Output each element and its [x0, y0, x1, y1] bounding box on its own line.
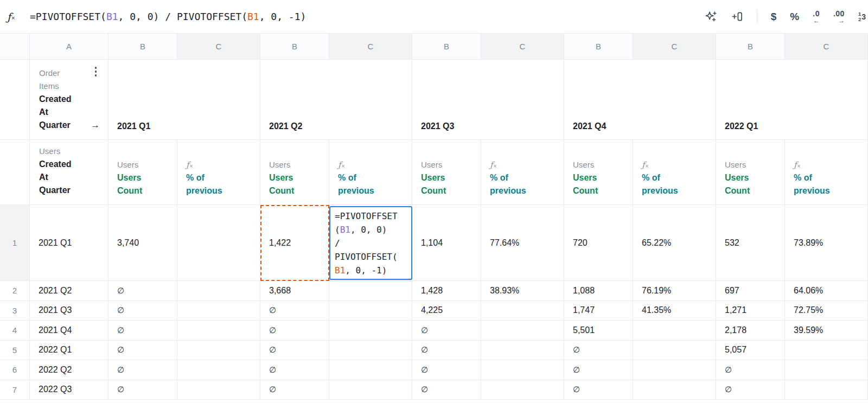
data-cell[interactable]: 720 — [564, 205, 633, 281]
data-cell[interactable]: ∅ — [108, 321, 177, 341]
data-cell[interactable] — [481, 321, 564, 341]
data-cell[interactable]: 76.19% — [633, 281, 716, 301]
data-cell[interactable]: 64.06% — [785, 281, 868, 301]
active-formula-cell[interactable]: =PIVOTOFFSET(B1, 0, 0)/PIVOTOFFSET(B1, 0… — [329, 206, 412, 280]
data-cell[interactable] — [329, 380, 412, 400]
pivot-column-dimension-cell[interactable]: OrderItemsCreatedAtQuarter→ — [30, 60, 108, 140]
measure-header-users-count[interactable]: UsersUsersCount — [412, 140, 481, 205]
data-cell[interactable] — [633, 341, 716, 361]
data-cell[interactable]: 1,088 — [564, 281, 633, 301]
row-label-cell[interactable]: 2022 Q3 — [30, 380, 108, 400]
data-cell[interactable]: ∅ — [564, 380, 633, 400]
data-cell[interactable]: ∅ — [260, 301, 329, 321]
data-cell[interactable]: ∅ — [108, 380, 177, 400]
measure-header-percent-of-previous[interactable]: ƒ×% ofprevious — [481, 140, 564, 205]
row-label-cell[interactable]: 2021 Q3 — [30, 301, 108, 321]
data-cell[interactable]: 5,501 — [564, 321, 633, 341]
row-label-cell[interactable]: 2021 Q2 — [30, 281, 108, 301]
data-cell[interactable]: ∅ — [260, 360, 329, 380]
quarter-group-header-2021-Q4[interactable]: 2021 Q4 — [564, 60, 716, 140]
column-header-1-A[interactable]: A — [30, 34, 108, 60]
column-header-4-B[interactable]: B — [260, 34, 329, 60]
formula-input[interactable]: =PIVOTOFFSET(B1, 0, 0) / PIVOTOFFSET(B1,… — [30, 11, 306, 22]
row-number[interactable]: 2 — [0, 281, 30, 301]
data-cell[interactable]: 3,740 — [108, 205, 177, 281]
data-cell[interactable] — [785, 341, 868, 361]
data-cell[interactable]: 1,271 — [716, 301, 785, 321]
data-cell[interactable] — [329, 360, 412, 380]
measure-header-users-count[interactable]: UsersUsersCount — [108, 140, 177, 205]
column-header-11-C[interactable]: C — [785, 34, 868, 60]
pivot-row-dimension-cell[interactable]: UsersCreatedAtQuarter — [30, 140, 108, 205]
row-label-cell[interactable]: 2022 Q1 — [30, 341, 108, 361]
data-cell[interactable]: 38.93% — [481, 281, 564, 301]
data-cell[interactable]: 697 — [716, 281, 785, 301]
data-cell[interactable]: ∅ — [260, 341, 329, 361]
measure-header-percent-of-previous[interactable]: ƒ×% ofprevious — [329, 140, 412, 205]
data-cell[interactable]: ∅ — [260, 321, 329, 341]
percent-format-button[interactable]: % — [790, 11, 799, 23]
data-cell[interactable] — [481, 301, 564, 321]
quarter-group-header-2022-Q1[interactable]: 2022 Q1 — [716, 60, 868, 140]
data-cell[interactable] — [633, 360, 716, 380]
data-cell[interactable] — [329, 281, 412, 301]
data-cell[interactable] — [785, 380, 868, 400]
data-cell[interactable] — [177, 321, 260, 341]
data-cell[interactable] — [785, 360, 868, 380]
data-cell[interactable]: 65.22% — [633, 205, 716, 281]
data-cell[interactable]: 1,104 — [412, 205, 481, 281]
data-cell[interactable] — [481, 341, 564, 361]
data-cell[interactable]: 4,225 — [412, 301, 481, 321]
data-cell[interactable]: 532 — [716, 205, 785, 281]
data-cell[interactable]: 2,178 — [716, 321, 785, 341]
data-cell[interactable] — [633, 321, 716, 341]
column-header-8-B[interactable]: B — [564, 34, 633, 60]
quarter-group-header-2021-Q2[interactable]: 2021 Q2 — [260, 60, 412, 140]
data-cell[interactable] — [177, 341, 260, 361]
data-cell[interactable]: 1,428 — [412, 281, 481, 301]
data-cell[interactable]: 5,057 — [716, 341, 785, 361]
data-cell[interactable]: 72.75% — [785, 301, 868, 321]
measure-header-users-count[interactable]: UsersUsersCount — [260, 140, 329, 205]
data-cell[interactable] — [177, 281, 260, 301]
insert-cell-button[interactable] — [731, 10, 743, 23]
row-number[interactable]: 4 — [0, 321, 30, 341]
quarter-group-header-2021-Q3[interactable]: 2021 Q3 — [412, 60, 564, 140]
data-cell[interactable] — [481, 380, 564, 400]
data-cell[interactable]: ∅ — [564, 360, 633, 380]
row-number[interactable]: 6 — [0, 360, 30, 380]
column-header-9-C[interactable]: C — [633, 34, 716, 60]
measure-header-percent-of-previous[interactable]: ƒ×% ofprevious — [633, 140, 716, 205]
measure-header-users-count[interactable]: UsersUsersCount — [716, 140, 785, 205]
currency-format-button[interactable]: $ — [771, 11, 777, 23]
measure-header-percent-of-previous[interactable]: ƒ×% ofprevious — [177, 140, 260, 205]
data-cell[interactable]: ∅ — [564, 341, 633, 361]
row-number[interactable]: 3 — [0, 301, 30, 321]
column-header-2-B[interactable]: B — [108, 34, 177, 60]
data-cell[interactable] — [633, 380, 716, 400]
column-header-5-C[interactable]: C — [329, 34, 412, 60]
row-number[interactable]: 7 — [0, 380, 30, 400]
quarter-group-header-2021-Q1[interactable]: 2021 Q1 — [108, 60, 260, 140]
data-cell[interactable]: 39.59% — [785, 321, 868, 341]
data-cell[interactable]: 1,747 — [564, 301, 633, 321]
column-header-3-C[interactable]: C — [177, 34, 260, 60]
data-cell[interactable]: ∅ — [108, 301, 177, 321]
data-cell[interactable]: ∅ — [412, 360, 481, 380]
data-cell[interactable]: ∅ — [716, 360, 785, 380]
increase-decimal-button[interactable]: .00 → — [833, 10, 845, 24]
measure-header-users-count[interactable]: UsersUsersCount — [564, 140, 633, 205]
data-cell[interactable] — [329, 301, 412, 321]
data-cell[interactable]: ∅ — [108, 341, 177, 361]
number-format-button[interactable]: 1 2 3 — [858, 11, 866, 22]
data-cell[interactable]: 3,668 — [260, 281, 329, 301]
data-cell[interactable] — [177, 360, 260, 380]
data-cell[interactable] — [177, 205, 260, 281]
data-cell[interactable] — [177, 380, 260, 400]
decrease-decimal-button[interactable]: .0 ← — [813, 10, 820, 24]
row-number[interactable]: 1 — [0, 205, 30, 281]
data-cell[interactable]: 77.64% — [481, 205, 564, 281]
row-label-cell[interactable]: 2022 Q2 — [30, 360, 108, 380]
column-header-7-C[interactable]: C — [481, 34, 564, 60]
data-cell[interactable]: ∅ — [716, 380, 785, 400]
